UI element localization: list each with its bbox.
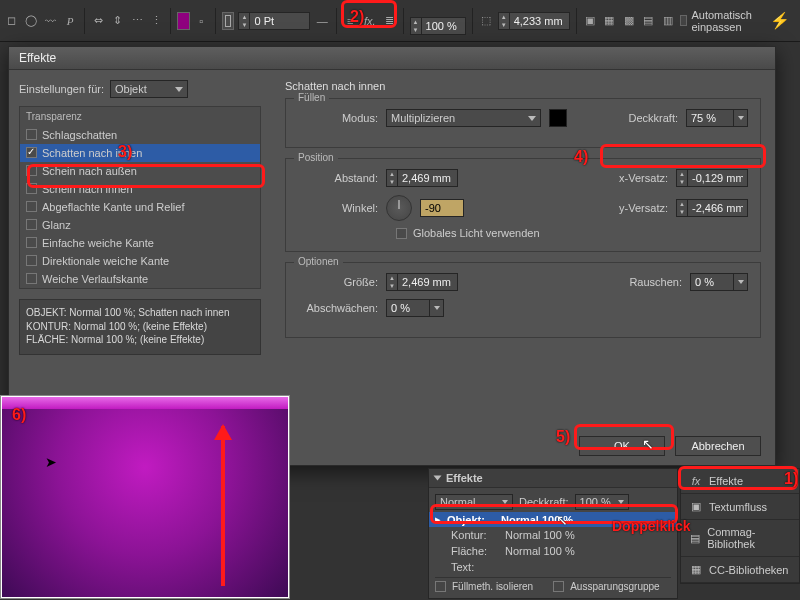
item-feather-gradient[interactable]: Weiche Verlaufskante: [20, 270, 260, 288]
choke-input[interactable]: [386, 299, 444, 317]
ok-button[interactable]: OK: [579, 436, 665, 456]
fx-small-icon: fx: [689, 475, 703, 487]
tool-corner[interactable]: ◻: [4, 10, 19, 32]
disclosure-icon[interactable]: [434, 476, 442, 481]
fit-1[interactable]: ▣: [582, 10, 597, 32]
angle-dial[interactable]: [386, 195, 412, 221]
noise-label: Rauschen:: [629, 276, 682, 288]
position-legend: Position: [294, 152, 338, 163]
measure-field[interactable]: ▲▼: [498, 12, 570, 30]
textwrap-icon: ▣: [689, 500, 703, 513]
tab-effects[interactable]: fxEffekte: [681, 469, 799, 494]
angle-input[interactable]: [420, 199, 464, 217]
fill-swatch[interactable]: [177, 12, 190, 30]
options-legend: Optionen: [294, 256, 343, 267]
tool-dist-v[interactable]: ⋮: [149, 10, 164, 32]
tab-textwrap[interactable]: ▣Textumfluss: [681, 494, 799, 520]
frame-fit-1[interactable]: ⬚: [478, 10, 493, 32]
distance-label: Abstand:: [298, 172, 378, 184]
panel-blend-mode[interactable]: Normal: [435, 494, 513, 510]
isolate-blend-label: Füllmeth. isolieren: [452, 581, 533, 592]
xoff-input[interactable]: ▲▼: [676, 169, 748, 187]
size-input[interactable]: ▲▼: [386, 273, 458, 291]
item-feather-basic[interactable]: Einfache weiche Kante: [20, 234, 260, 252]
item-bevel[interactable]: Abgeflachte Kante und Relief: [20, 198, 260, 216]
effects-summary: OBJEKT: Normal 100 %; Schatten nach inne…: [19, 299, 261, 355]
panel-title: Effekte: [446, 472, 483, 484]
panel-tabs: fxEffekte ▣Textumfluss ▤Commag-Bibliothe…: [680, 468, 800, 584]
knockout-label: Aussparungsgruppe: [570, 581, 660, 592]
tab-commag[interactable]: ▤Commag-Bibliothek: [681, 520, 799, 557]
fx-icon[interactable]: fx.: [362, 10, 377, 32]
top-toolbar: ◻ ◯ 〰 P ⇔ ⇕ ⋯ ⋮ ▫ ▲▼ — ≡ fx. ≣ ▲▼ ⬚ ▲▼ ▣…: [0, 0, 800, 42]
tool-path[interactable]: 〰: [43, 10, 58, 32]
noise-input[interactable]: [690, 273, 748, 291]
fill-fieldset: Füllen Modus: Multiplizieren Deckkraft:: [285, 98, 761, 148]
panel-row-fill[interactable]: Fläche:Normal 100 %: [435, 543, 671, 559]
tool-dist-h[interactable]: ⋯: [129, 10, 144, 32]
global-light-checkbox[interactable]: Globales Licht verwenden: [396, 227, 748, 239]
stroke-swatch[interactable]: [222, 12, 235, 30]
panel-opacity[interactable]: 100 %: [575, 494, 629, 510]
gpu-icon[interactable]: ⚡: [770, 11, 790, 30]
cursor-icon: ➤: [45, 454, 57, 470]
cclib-icon: ▦: [689, 563, 703, 576]
settings-for-select[interactable]: Objekt: [110, 80, 188, 98]
noneswatch[interactable]: ▫: [194, 10, 209, 32]
yoff-input[interactable]: ▲▼: [676, 199, 748, 217]
shadow-color[interactable]: [549, 109, 567, 127]
settings-for-label: Einstellungen für:: [19, 83, 104, 95]
cancel-button[interactable]: Abbrechen: [675, 436, 761, 456]
tool-paragraph[interactable]: P: [62, 10, 77, 32]
panel-row-text[interactable]: Text:: [435, 559, 671, 575]
selected-frame[interactable]: [2, 397, 288, 597]
panel-row-stroke[interactable]: Kontur:Normal 100 %: [435, 527, 671, 543]
tab-cclib[interactable]: ▦CC-Bibliotheken: [681, 557, 799, 583]
effects-list: Transparenz Schlagschatten Schatten nach…: [19, 106, 261, 289]
panel-opacity-label: Deckkraft:: [519, 496, 569, 508]
tool-circle[interactable]: ◯: [23, 10, 38, 32]
options-fieldset: Optionen Größe: ▲▼ Rauschen: Abschwächen…: [285, 262, 761, 338]
choke-label: Abschwächen:: [298, 302, 378, 314]
position-fieldset: Position Abstand: ▲▼ x-Versatz: ▲▼ Winke…: [285, 158, 761, 252]
fit-5[interactable]: ▥: [660, 10, 675, 32]
distance-input[interactable]: ▲▼: [386, 169, 458, 187]
opacity-field[interactable]: ▲▼: [410, 17, 466, 35]
fit-4[interactable]: ▤: [641, 10, 656, 32]
opacity-label: Deckkraft:: [628, 112, 678, 124]
dialog-title: Effekte: [9, 47, 775, 70]
mode-select[interactable]: Multiplizieren: [386, 109, 541, 127]
item-inner-shadow[interactable]: Schatten nach innen: [20, 144, 260, 162]
effects-panel: Effekte Normal Deckkraft: 100 % ▸ Objekt…: [428, 468, 678, 599]
item-satin[interactable]: Glanz: [20, 216, 260, 234]
frame-highlight: [2, 397, 288, 409]
item-feather-directional[interactable]: Direktionale weiche Kante: [20, 252, 260, 270]
isolate-blend-checkbox[interactable]: [435, 581, 446, 592]
tool-align-h[interactable]: ⇔: [90, 10, 105, 32]
item-inner-glow[interactable]: Schein nach innen: [20, 180, 260, 198]
autofit-checkbox[interactable]: Automatisch einpassen: [680, 9, 766, 33]
fit-2[interactable]: ▦: [602, 10, 617, 32]
para-align1[interactable]: ≡: [343, 10, 358, 32]
item-drop-shadow[interactable]: Schlagschatten: [20, 126, 260, 144]
size-label: Größe:: [298, 276, 378, 288]
item-outer-glow[interactable]: Schein nach außen: [20, 162, 260, 180]
list-group-title: Transparenz: [20, 107, 260, 126]
fill-legend: Füllen: [294, 92, 329, 103]
opacity-input[interactable]: [686, 109, 748, 127]
angle-label: Winkel:: [298, 202, 378, 214]
xoff-label: x-Versatz:: [619, 172, 668, 184]
para-align2[interactable]: ≣: [381, 10, 396, 32]
section-heading: Schatten nach innen: [285, 80, 761, 92]
annotation-arrow: [221, 426, 225, 586]
library-icon: ▤: [689, 532, 701, 545]
tool-align-v[interactable]: ⇕: [110, 10, 125, 32]
knockout-checkbox[interactable]: [553, 581, 564, 592]
document-canvas[interactable]: ➤: [0, 395, 290, 599]
stroke-weight[interactable]: ▲▼: [238, 12, 310, 30]
yoff-label: y-Versatz:: [619, 202, 668, 214]
fit-3[interactable]: ▩: [621, 10, 636, 32]
panel-row-object[interactable]: ▸ Objekt: Normal 100 %: [429, 512, 677, 527]
mode-label: Modus:: [298, 112, 378, 124]
stroke-style[interactable]: —: [314, 10, 329, 32]
